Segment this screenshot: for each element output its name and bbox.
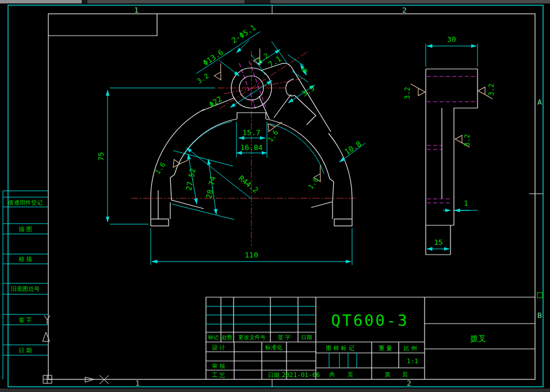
title-label-sheet-page: 页 [402, 371, 408, 378]
title-label-scale: 比 例 [403, 345, 417, 351]
finish-text-side-mid: 3.2 [463, 134, 471, 147]
title-label-total-page: 页 [347, 371, 353, 378]
dim-text-foot: 15 [434, 238, 443, 247]
finish-text-side-left: 3.2 [403, 87, 411, 99]
title-label-review: 审 核 [212, 363, 225, 369]
dim-text-boss-w: 30 [447, 35, 456, 44]
title-label-total: 共 [329, 371, 335, 378]
register-row-borrowed: 借通用件登记 [7, 199, 43, 206]
title-label-design: 设 计 [211, 344, 225, 351]
dim-text-width: 110 [245, 251, 258, 259]
dim-text-step: 1 [464, 199, 468, 207]
dim-text-height: 75 [97, 152, 105, 161]
zone-label-top-2: 2 [402, 6, 407, 14]
title-label-process-date: 日期 [268, 372, 280, 378]
title-value-material: QT600-3 [331, 312, 409, 329]
zone-label-bottom-2: 2 [407, 379, 411, 387]
finish-text-side-right: 3.2 [487, 83, 495, 96]
cad-application-window: 1 2 1 2 A B 借通用件登记 描 图 校 描 旧底图总号 签 字 日 期 [0, 0, 550, 392]
cad-drawing-canvas[interactable]: 1 2 1 2 A B 借通用件登记 描 图 校 描 旧底图总号 签 字 日 期 [0, 0, 550, 392]
dim-text-slot-top: 15.7 [242, 128, 260, 137]
title-label-weight: 重 量 [378, 345, 392, 351]
title-label-date: 日期 [301, 334, 312, 340]
title-label-count: 处数 [222, 334, 234, 340]
register-row-date: 日 期 [18, 347, 32, 353]
register-row-check-tracing: 校 描 [18, 256, 32, 262]
dim-text-slot-top2: 16.84 [240, 143, 262, 152]
title-label-stamp: 图 样 标 记 [326, 345, 354, 351]
zone-label-row-a: A [537, 98, 542, 106]
title-label-standardization: 标准化 [265, 344, 282, 351]
title-value-scale: 1:1 [407, 358, 418, 365]
title-value-part-name: 拨叉 [470, 334, 486, 343]
zone-label-row-b: B [537, 311, 542, 320]
title-label-signature: 签 字 [278, 334, 291, 340]
register-row-signature: 签 字 [18, 317, 32, 323]
title-label-mark: 标记 [208, 334, 219, 340]
title-value-date: 2021-01-06 [282, 371, 320, 379]
title-label-change-file: 更改文件号 [238, 334, 266, 340]
title-label-sheet: 第 [385, 371, 391, 378]
title-label-process: 工 艺 [212, 372, 225, 378]
zone-label-bottom-1: 1 [135, 379, 140, 387]
zone-label-top-1: 1 [134, 6, 139, 14]
register-row-tracing: 描 图 [18, 226, 32, 232]
register-row-old-drawing-no: 旧底图总号 [11, 286, 40, 292]
